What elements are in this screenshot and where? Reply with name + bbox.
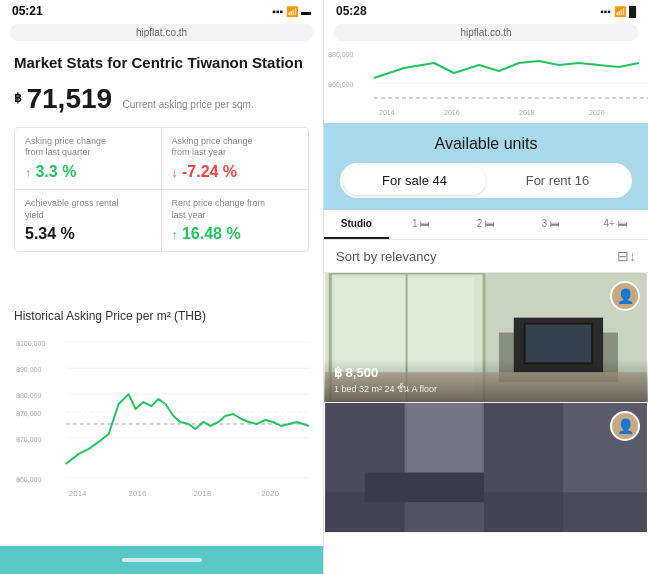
toggle-buttons: For sale 44 For rent 16	[340, 163, 632, 198]
agent-avatar-1: 👤	[610, 281, 640, 311]
left-content: Market Stats for Centric Tiwanon Station…	[0, 43, 323, 301]
listings-area: ฿ 8,500 1 bed 32 m² 24 ชั้น A floor 👤	[324, 273, 648, 574]
svg-text:2018: 2018	[519, 109, 535, 116]
tab-studio[interactable]: Studio	[324, 210, 389, 239]
left-chart-area: ฿100,000 ฿90,000 ฿80,000 ฿76,000 ฿70,000…	[14, 329, 309, 509]
stat-label-1: Asking price changefrom last quarter	[25, 136, 151, 159]
svg-text:2018: 2018	[193, 488, 211, 497]
svg-text:2016: 2016	[444, 109, 460, 116]
left-url-bar[interactable]: hipflat.co.th	[10, 24, 313, 41]
stat-cell-2: Asking price changefrom last year -7.24 …	[162, 128, 309, 190]
price-value: 71,519	[26, 83, 112, 114]
stat-cell-1: Asking price changefrom last quarter 3.3…	[15, 128, 162, 190]
listing-info-1: ฿ 8,500 1 bed 32 m² 24 ชั้น A floor	[324, 359, 648, 402]
svg-text:฿76,000: ฿76,000	[16, 410, 41, 417]
right-status-bar: 05:28 ▪▪▪ 📶 █	[324, 0, 648, 22]
for-rent-count: 16	[575, 173, 589, 188]
svg-text:฿80,000: ฿80,000	[16, 392, 41, 399]
svg-text:฿60,000: ฿60,000	[16, 475, 41, 482]
stat-cell-3: Achievable gross rentalyield 5.34 %	[15, 190, 162, 251]
left-chart-svg: ฿100,000 ฿90,000 ฿80,000 ฿76,000 ฿70,000…	[14, 329, 309, 509]
for-sale-label: For sale	[382, 173, 433, 188]
stat-value-4: 16.48 %	[172, 225, 299, 243]
right-status-icons: ▪▪▪ 📶 █	[600, 6, 636, 17]
left-time: 05:21	[12, 4, 43, 18]
tab-4bed[interactable]: 4+ 🛏	[583, 210, 648, 239]
for-rent-label: For rent	[526, 173, 575, 188]
agent-avatar-2: 👤	[610, 411, 640, 441]
left-chart-section: Historical Asking Price per m² (THB) ฿10…	[0, 301, 323, 547]
bedroom-tabs: Studio 1 🛏 2 🛏 3 🛏 4+ 🛏	[324, 210, 648, 240]
svg-text:2014: 2014	[379, 109, 395, 116]
left-bottom-bar	[0, 546, 323, 574]
sort-icon[interactable]: ⊟↓	[617, 248, 636, 264]
price-section: ฿ 71,519 Current asking price per sqm.	[14, 83, 309, 115]
tab-1bed[interactable]: 1 🛏	[389, 210, 454, 239]
for-sale-button[interactable]: For sale 44	[343, 166, 486, 195]
signal-icon: ▪▪▪	[272, 6, 283, 17]
svg-text:฿100,000: ฿100,000	[16, 340, 45, 347]
right-signal-icon: ▪▪▪	[600, 6, 611, 17]
svg-text:2016: 2016	[129, 488, 147, 497]
available-units-title: Available units	[340, 135, 632, 153]
stat-value-2: -7.24 %	[172, 163, 299, 181]
tab-2bed[interactable]: 2 🛏	[454, 210, 519, 239]
for-rent-button[interactable]: For rent 16	[486, 166, 629, 195]
svg-text:฿90,000: ฿90,000	[16, 366, 41, 373]
left-url-text: hipflat.co.th	[136, 27, 187, 38]
svg-text:฿60,000: ฿60,000	[328, 81, 354, 88]
stat-number-2: -7.24 %	[182, 163, 237, 180]
sort-bar[interactable]: Sort by relevancy ⊟↓	[324, 240, 648, 273]
left-status-icons: ▪▪▪ 📶 ▬	[272, 6, 311, 17]
stat-number-3: 5.34 %	[25, 225, 75, 242]
svg-text:฿80,000: ฿80,000	[328, 51, 354, 58]
stat-value-1: 3.3 %	[25, 163, 151, 181]
svg-text:฿70,000: ฿70,000	[16, 435, 41, 442]
listing-card-1[interactable]: ฿ 8,500 1 bed 32 m² 24 ชั้น A floor 👤	[324, 273, 648, 403]
stat-label-3: Achievable gross rentalyield	[25, 198, 151, 221]
svg-rect-33	[526, 325, 591, 363]
svg-text:2020: 2020	[261, 488, 279, 497]
right-url-text: hipflat.co.th	[460, 27, 511, 38]
for-sale-count: 44	[433, 173, 447, 188]
stat-label-2: Asking price changefrom last year	[172, 136, 299, 159]
right-chart-svg: ฿80,000 ฿60,000 2014 2016 2018 2020	[324, 43, 648, 123]
svg-text:2020: 2020	[589, 109, 605, 116]
right-panel: 05:28 ▪▪▪ 📶 █ hipflat.co.th ฿80,000 ฿60,…	[324, 0, 648, 574]
stats-grid: Asking price changefrom last quarter 3.3…	[14, 127, 309, 253]
home-indicator	[122, 558, 202, 562]
up-arrow-icon	[25, 163, 31, 180]
currency-symbol: ฿	[14, 90, 22, 104]
price-label: Current asking price per sqm.	[123, 99, 254, 110]
left-status-bar: 05:21 ▪▪▪ 📶 ▬	[0, 0, 323, 22]
right-wifi-icon: 📶	[614, 6, 626, 17]
down-arrow-icon	[172, 163, 178, 180]
right-time: 05:28	[336, 4, 367, 18]
available-units-section: Available units For sale 44 For rent 16	[324, 123, 648, 210]
battery-icon: ▬	[301, 6, 311, 17]
stat-number-1: 3.3 %	[35, 163, 76, 180]
left-panel: 05:21 ▪▪▪ 📶 ▬ hipflat.co.th Market Stats…	[0, 0, 324, 574]
listing-image-2	[324, 403, 648, 532]
tab-3bed[interactable]: 3 🛏	[518, 210, 583, 239]
chart-title: Historical Asking Price per m² (THB)	[14, 309, 309, 323]
stat-number-4: 16.48 %	[182, 225, 241, 242]
stat-label-4: Rent price change fromlast year	[172, 198, 299, 221]
wifi-icon: 📶	[286, 6, 298, 17]
listing-price-1: ฿ 8,500	[334, 365, 638, 380]
right-url-bar[interactable]: hipflat.co.th	[334, 24, 638, 41]
stat-cell-4: Rent price change fromlast year 16.48 %	[162, 190, 309, 251]
listing-details-1: 1 bed 32 m² 24 ชั้น A floor	[334, 382, 638, 396]
listing-card-2[interactable]: 👤	[324, 403, 648, 533]
up-arrow-icon-2	[172, 225, 178, 242]
right-battery-icon: █	[629, 6, 636, 17]
page-title: Market Stats for Centric Tiwanon Station	[14, 53, 309, 73]
sort-label: Sort by relevancy	[336, 249, 436, 264]
svg-text:2014: 2014	[69, 488, 87, 497]
svg-rect-42	[365, 472, 484, 502]
stat-value-3: 5.34 %	[25, 225, 151, 243]
right-chart-top: ฿80,000 ฿60,000 2014 2016 2018 2020	[324, 43, 648, 123]
